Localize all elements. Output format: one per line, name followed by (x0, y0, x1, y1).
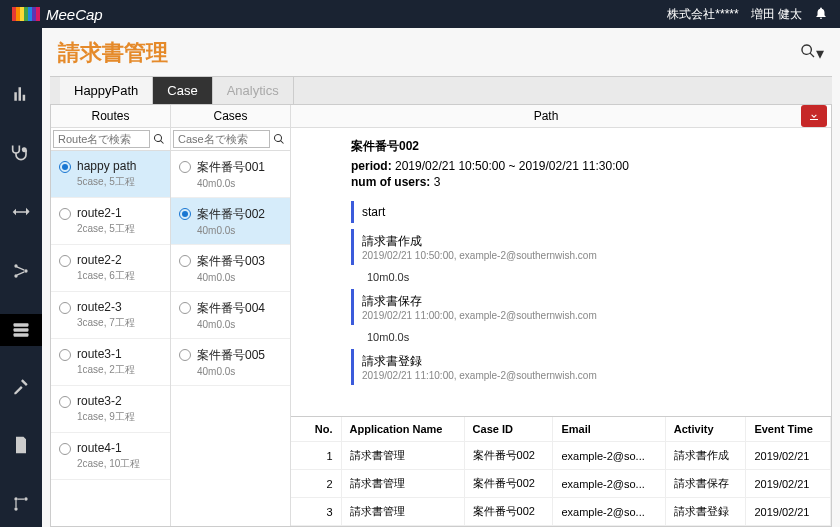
item-title: 案件番号004 (197, 300, 265, 317)
nav-pickaxe-icon[interactable] (5, 370, 37, 405)
grid-header[interactable]: Case ID (464, 417, 553, 442)
list-item[interactable]: route3-11case, 2工程 (51, 339, 170, 386)
grid-cell: 1 (291, 442, 341, 470)
timeline-meta: 2019/02/21 11:00:00, example-2@southernw… (362, 310, 813, 321)
timeline-node: start (351, 201, 821, 223)
grid-cell: 3 (291, 498, 341, 526)
path-header: Path (291, 105, 801, 127)
timeline-gap: 10m0.0s (339, 331, 821, 343)
table-row[interactable]: 1請求書管理案件番号002example-2@so...請求書作成2019/02… (291, 442, 831, 470)
nav-flow-icon[interactable] (5, 255, 37, 290)
grid-cell: example-2@so... (553, 470, 665, 498)
event-grid: No.Application NameCase IDEmailActivityE… (291, 416, 831, 526)
timeline-meta: 2019/02/21 10:50:00, example-2@southernw… (362, 250, 813, 261)
item-title: route3-1 (77, 347, 135, 361)
item-title: 案件番号003 (197, 253, 265, 270)
case-search-button[interactable] (270, 130, 288, 148)
item-title: route2-3 (77, 300, 135, 314)
radio-icon (59, 161, 71, 173)
route-search-input[interactable] (53, 130, 150, 148)
item-title: 案件番号002 (197, 206, 265, 223)
radio-icon (179, 161, 191, 173)
timeline-meta: 2019/02/21 11:10:00, example-2@southernw… (362, 370, 813, 381)
grid-header[interactable]: Email (553, 417, 665, 442)
search-icon[interactable]: ▾ (800, 43, 824, 63)
bell-icon[interactable] (814, 6, 828, 23)
item-title: route2-1 (77, 206, 135, 220)
tab-happypath[interactable]: HappyPath (60, 77, 153, 104)
radio-icon (59, 396, 71, 408)
grid-cell: 2 (291, 470, 341, 498)
grid-cell: 案件番号002 (464, 498, 553, 526)
list-item[interactable]: route3-21case, 9工程 (51, 386, 170, 433)
grid-cell: 請求書保存 (665, 470, 746, 498)
nav-hand-icon[interactable] (5, 196, 37, 231)
topbar: MeeCap 株式会社***** 増田 健太 (0, 0, 840, 28)
tab-analytics[interactable]: Analytics (213, 77, 294, 104)
item-title: route4-1 (77, 441, 140, 455)
routes-header: Routes (51, 105, 170, 128)
list-item[interactable]: route2-33case, 7工程 (51, 292, 170, 339)
nav-branch-icon[interactable] (5, 488, 37, 523)
item-sub: 40m0.0s (197, 319, 265, 330)
cases-header: Cases (171, 105, 290, 128)
grid-cell: example-2@so... (553, 498, 665, 526)
user-name[interactable]: 増田 健太 (751, 6, 802, 23)
list-item[interactable]: route2-21case, 6工程 (51, 245, 170, 292)
list-item[interactable]: happy path5case, 5工程 (51, 151, 170, 198)
timeline-node: 請求書作成2019/02/21 10:50:00, example-2@sout… (351, 229, 821, 265)
radio-icon (179, 302, 191, 314)
nav-document-icon[interactable] (5, 429, 37, 464)
nav-stethoscope-icon[interactable] (5, 137, 37, 172)
radio-icon (59, 208, 71, 220)
timeline-title: 請求書作成 (362, 233, 813, 250)
case-detail: 案件番号002 period: 2019/02/21 10:50:00 ~ 20… (291, 128, 831, 195)
table-row[interactable]: 3請求書管理案件番号002example-2@so...請求書登録2019/02… (291, 498, 831, 526)
list-item[interactable]: 案件番号00540m0.0s (171, 339, 290, 386)
users-value: 3 (434, 175, 441, 189)
list-item[interactable]: route2-12case, 5工程 (51, 198, 170, 245)
route-search-button[interactable] (150, 130, 168, 148)
item-title: 案件番号005 (197, 347, 265, 364)
tabs: HappyPath Case Analytics (50, 76, 832, 105)
item-sub: 3case, 7工程 (77, 316, 135, 330)
nav-server-icon[interactable] (0, 314, 42, 346)
timeline-title: 請求書保存 (362, 293, 813, 310)
item-sub: 40m0.0s (197, 225, 265, 236)
timeline-title: start (362, 205, 813, 219)
detail-title: 案件番号002 (351, 138, 815, 155)
nav-chart-icon[interactable] (5, 78, 37, 113)
list-item[interactable]: 案件番号00440m0.0s (171, 292, 290, 339)
item-sub: 40m0.0s (197, 272, 265, 283)
list-item[interactable]: 案件番号00340m0.0s (171, 245, 290, 292)
radio-icon (59, 349, 71, 361)
svg-point-2 (24, 269, 27, 272)
sidebar (0, 28, 42, 527)
item-title: route2-2 (77, 253, 135, 267)
grid-cell: example-2@so... (553, 442, 665, 470)
grid-header[interactable]: Application Name (341, 417, 464, 442)
list-item[interactable]: 案件番号00240m0.0s (171, 198, 290, 245)
radio-icon (179, 349, 191, 361)
grid-cell: 請求書管理 (341, 442, 464, 470)
company-name: 株式会社***** (667, 6, 738, 23)
table-row[interactable]: 2請求書管理案件番号002example-2@so...請求書保存2019/02… (291, 470, 831, 498)
radio-icon (179, 208, 191, 220)
radio-icon (179, 255, 191, 267)
grid-header[interactable]: Event Time (746, 417, 831, 442)
timeline-title: 請求書登録 (362, 353, 813, 370)
period-value: 2019/02/21 10:50:00 ~ 2019/02/21 11:30:0… (395, 159, 629, 173)
download-button[interactable] (801, 105, 827, 127)
tab-case[interactable]: Case (153, 77, 212, 104)
item-title: 案件番号001 (197, 159, 265, 176)
grid-header[interactable]: Activity (665, 417, 746, 442)
list-item[interactable]: 案件番号00140m0.0s (171, 151, 290, 198)
list-item[interactable]: route4-12case, 10工程 (51, 433, 170, 480)
radio-icon (59, 443, 71, 455)
grid-cell: 請求書管理 (341, 470, 464, 498)
grid-cell: 案件番号002 (464, 470, 553, 498)
grid-cell: 2019/02/21 (746, 498, 831, 526)
grid-header[interactable]: No. (291, 417, 341, 442)
case-search-input[interactable] (173, 130, 270, 148)
grid-cell: 2019/02/21 (746, 442, 831, 470)
